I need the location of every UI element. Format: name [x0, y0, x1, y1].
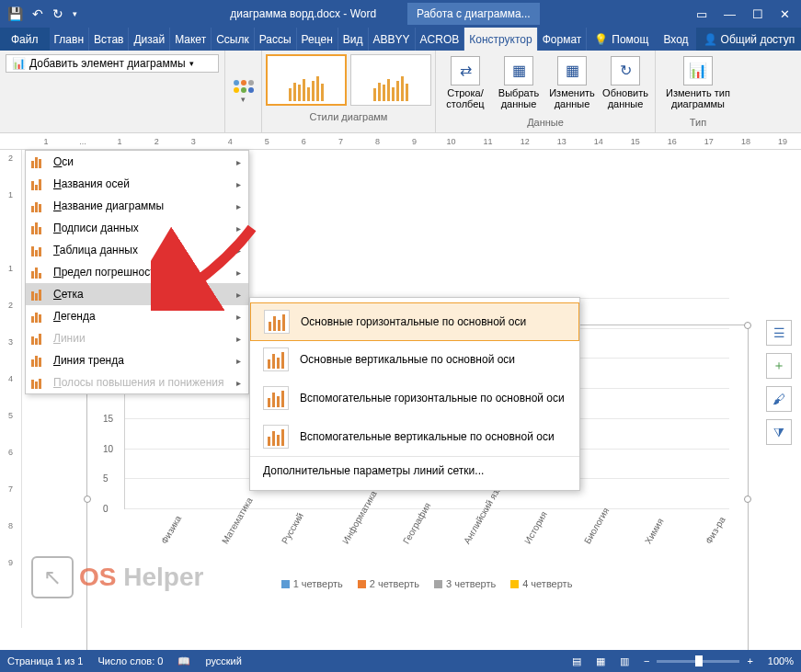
- bars-icon: [31, 177, 46, 190]
- bars-icon: [31, 332, 46, 345]
- chevron-right-icon: ▸: [236, 356, 241, 366]
- tab-signin[interactable]: Вход: [656, 28, 695, 51]
- tab-layout[interactable]: Макет: [170, 28, 212, 51]
- context-tab: Работа с диаграмма...: [407, 3, 540, 25]
- watermark: ↖ OS Helper: [31, 556, 203, 598]
- ribbon-options-icon[interactable]: ▭: [696, 7, 707, 21]
- refresh-data-button[interactable]: ↻Обновить данные: [600, 54, 651, 111]
- chart-elements-icon[interactable]: ＋: [766, 353, 792, 379]
- menu-item-5[interactable]: Предел погрешностей▸: [26, 261, 248, 283]
- grid-icon: [263, 386, 289, 410]
- cursor-icon: ↖: [31, 556, 74, 598]
- menu-item-1[interactable]: Названия осей▸: [26, 173, 248, 195]
- word-count[interactable]: Число слов: 0: [97, 655, 163, 666]
- minimize-icon[interactable]: —: [724, 7, 736, 21]
- print-layout-icon[interactable]: ▦: [596, 655, 605, 667]
- zoom-level[interactable]: 100%: [768, 655, 794, 666]
- chart-layout-icon[interactable]: ☰: [766, 320, 792, 346]
- legend-item[interactable]: 3 четверть: [434, 578, 496, 589]
- submenu-item-2[interactable]: Вспомогательные горизонтальные по основн…: [250, 379, 579, 417]
- tab-acrobat[interactable]: ACROB: [416, 28, 465, 51]
- bars-icon: [31, 222, 46, 234]
- switch-row-column-button[interactable]: ⇄Строка/ столбец: [440, 54, 491, 111]
- tab-format[interactable]: Формат: [538, 28, 588, 51]
- bars-icon: [31, 266, 46, 279]
- bulb-icon: 💡: [594, 33, 608, 46]
- tab-share[interactable]: 👤Общий доступ: [696, 28, 801, 51]
- tab-home[interactable]: Главн: [50, 28, 90, 51]
- legend-item[interactable]: 2 четверть: [358, 578, 419, 589]
- menu-item-6[interactable]: Сетка▸: [26, 283, 248, 305]
- chevron-right-icon: ▸: [236, 334, 241, 344]
- tab-insert[interactable]: Встав: [89, 28, 129, 51]
- zoom-slider[interactable]: [657, 660, 739, 663]
- window-controls: ▭ — ☐ ✕: [685, 7, 801, 21]
- chart-icon: 📊: [12, 57, 26, 70]
- zoom-out-icon[interactable]: −: [644, 655, 649, 666]
- tab-review[interactable]: Рецен: [297, 28, 338, 51]
- change-chart-type-button[interactable]: 📊Изменить тип диаграммы: [659, 54, 737, 111]
- submenu-more-options[interactable]: Дополнительные параметры линий сетки...: [250, 456, 579, 484]
- tab-mail[interactable]: Рассы: [255, 28, 297, 51]
- document-title: диаграмма ворд.docx - Word: [230, 7, 376, 20]
- tab-file[interactable]: Файл: [0, 28, 50, 51]
- tab-constructor[interactable]: Конструктор: [464, 28, 537, 51]
- chart-side-buttons: ☰ ＋ 🖌 ⧩: [766, 320, 792, 445]
- bars-icon: [31, 310, 46, 323]
- add-chart-element-button[interactable]: 📊 Добавить элемент диаграммы ▾: [6, 54, 219, 73]
- style-thumb-2[interactable]: [350, 54, 431, 106]
- qat-dropdown-icon[interactable]: ▾: [73, 9, 77, 18]
- tab-abbyy[interactable]: ABBYY: [369, 28, 416, 51]
- close-icon[interactable]: ✕: [780, 7, 790, 21]
- group-label-styles: Стили диаграмм: [266, 106, 431, 122]
- legend-item[interactable]: 4 четверть: [510, 578, 572, 589]
- save-icon[interactable]: 💾: [7, 6, 23, 21]
- undo-icon[interactable]: ↶: [32, 6, 43, 21]
- maximize-icon[interactable]: ☐: [752, 7, 763, 21]
- ribbon: 📊 Добавить элемент диаграммы ▾ ▾ Стили д…: [0, 51, 801, 133]
- vertical-ruler[interactable]: 21123456789: [0, 150, 22, 628]
- submenu-item-1[interactable]: Основные вертикальные по основной оси: [250, 340, 579, 379]
- submenu-item-0[interactable]: Основные горизонтальные по основной оси: [250, 302, 579, 341]
- menu-item-3[interactable]: Подписи данных▸: [26, 217, 248, 239]
- horizontal-ruler[interactable]: 1...12345678910111213141516171819: [0, 133, 801, 150]
- redo-icon[interactable]: ↻: [52, 6, 63, 21]
- legend-item[interactable]: 1 четверть: [281, 578, 343, 589]
- edit-data-button[interactable]: ▦Изменить данные: [546, 54, 598, 111]
- bars-icon: [31, 288, 46, 301]
- menu-item-9[interactable]: Линия тренда▸: [26, 349, 248, 371]
- tab-help[interactable]: 💡Помощ: [587, 28, 656, 51]
- grid-icon: [264, 310, 290, 334]
- menu-item-2[interactable]: Название диаграммы▸: [26, 195, 248, 217]
- style-thumb-1[interactable]: [266, 54, 347, 106]
- tab-refs[interactable]: Ссылк: [212, 28, 255, 51]
- chevron-right-icon: ▸: [236, 378, 241, 388]
- web-layout-icon[interactable]: ▥: [620, 655, 629, 667]
- zoom-control[interactable]: − +: [644, 655, 753, 666]
- chart-filter-icon[interactable]: ⧩: [766, 419, 792, 445]
- menu-item-4[interactable]: Таблица данных▸: [26, 239, 248, 261]
- chart-x-labels: ФизикаМатематикаРусскийИнформатикаГеогра…: [124, 509, 729, 525]
- chart-styles-icon[interactable]: 🖌: [766, 386, 792, 412]
- titlebar: 💾 ↶ ↻ ▾ диаграмма ворд.docx - Word Работ…: [0, 0, 801, 28]
- tab-view[interactable]: Вид: [338, 28, 369, 51]
- quick-access-toolbar: 💾 ↶ ↻ ▾: [0, 6, 85, 21]
- submenu-item-3[interactable]: Вспомогательные вертикальные по основной…: [250, 417, 579, 456]
- bars-icon: [31, 376, 46, 389]
- chart-styles-gallery[interactable]: [266, 54, 431, 106]
- menu-item-0[interactable]: Оси▸: [26, 151, 248, 173]
- change-colors-button[interactable]: ▾: [225, 51, 262, 132]
- read-mode-icon[interactable]: ▤: [572, 655, 581, 667]
- tab-design[interactable]: Дизай: [129, 28, 170, 51]
- refresh-icon: ↻: [611, 56, 640, 85]
- grid-icon: [263, 347, 289, 371]
- zoom-in-icon[interactable]: +: [747, 655, 752, 666]
- chart-legend[interactable]: 1 четверть2 четверть3 четверть4 четверть: [124, 525, 729, 589]
- chevron-right-icon: ▸: [236, 290, 241, 300]
- menu-item-7[interactable]: Легенда▸: [26, 305, 248, 327]
- language-indicator[interactable]: русский: [205, 655, 241, 666]
- page-indicator[interactable]: Страница 1 из 1: [7, 655, 83, 666]
- proofing-icon[interactable]: 📖: [177, 655, 190, 667]
- bars-icon: [31, 199, 46, 212]
- select-data-button[interactable]: ▦Выбрать данные: [493, 54, 544, 111]
